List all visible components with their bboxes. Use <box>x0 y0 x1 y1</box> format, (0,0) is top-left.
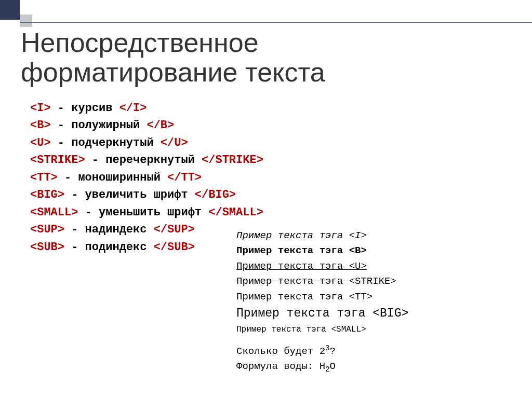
example-small: Пример текста тэга <SMALL> <box>236 323 408 336</box>
decoration-top <box>0 0 32 27</box>
title-divider <box>20 22 532 23</box>
example-u: Пример текста тэга <U> <box>236 259 408 274</box>
tag-list: <I> - курсив </I> <B> - полужирный </B> … <box>30 100 263 256</box>
example-tag: <I> <box>349 230 367 241</box>
sub-value: 2 <box>325 365 330 374</box>
tag-row-sub: <SUB> - подиндекс </SUB> <box>30 239 263 256</box>
title-line-1: Непосредственное <box>21 28 259 58</box>
example-tag: <B> <box>349 245 367 256</box>
tag-desc: - курсив <box>51 102 119 115</box>
open-tag: <STRIKE> <box>30 154 85 167</box>
close-tag: </SUB> <box>154 241 195 254</box>
close-tag: </I> <box>119 102 147 115</box>
example-tag: <SMALL> <box>331 325 366 334</box>
example-text: Пример текста тэга <box>236 307 373 320</box>
tag-row-strike: <STRIKE> - перечеркнутый </STRIKE> <box>30 152 263 169</box>
open-tag: <SUB> <box>30 241 64 254</box>
deco-square-small <box>20 15 32 27</box>
open-tag: <BIG> <box>30 188 64 201</box>
spacer <box>236 336 408 342</box>
example-tag: <BIG> <box>373 307 408 320</box>
close-tag: </U> <box>161 136 188 149</box>
sup-prefix: Сколько будет 2 <box>236 346 325 357</box>
example-i: Пример текста тэга <I> <box>236 228 408 243</box>
tag-row-u: <U> - подчеркнутый </U> <box>30 134 263 152</box>
example-text: Пример текста тэга <box>236 276 349 287</box>
tag-row-b: <B> - полужирный </B> <box>30 117 263 134</box>
tag-row-sup: <SUP> - надиндекс </SUP> <box>30 221 263 238</box>
open-tag: <I> <box>30 102 51 115</box>
sup-value: 3 <box>325 344 330 352</box>
open-tag: <SMALL> <box>30 206 78 219</box>
tag-row-small: <SMALL> - уменьшить шрифт </SMALL> <box>30 204 263 221</box>
example-sup: Сколько будет 23? <box>236 342 408 360</box>
slide-container: Непосредственное форматирование текста <… <box>0 0 532 398</box>
sub-prefix: Формула воды: H <box>236 361 325 372</box>
example-sub: Формула воды: H2O <box>236 359 408 375</box>
tag-row-i: <I> - курсив </I> <box>30 100 263 117</box>
title-line-2: форматирование текста <box>21 57 325 87</box>
example-b: Пример текста тэга <B> <box>236 243 408 258</box>
open-tag: <B> <box>30 119 51 132</box>
example-tag: <STRIKE> <box>349 276 396 287</box>
tag-desc: - надиндекс <box>64 223 154 236</box>
tag-desc: - подчеркнутый <box>51 136 161 149</box>
close-tag: </STRIKE> <box>202 154 263 167</box>
examples-block: Пример текста тэга <I> Пример текста тэг… <box>236 228 408 375</box>
open-tag: <U> <box>30 136 51 149</box>
example-big: Пример текста тэга <BIG> <box>236 305 408 323</box>
example-text: Пример текста тэга <box>236 325 331 334</box>
close-tag: </TT> <box>167 171 202 184</box>
open-tag: <TT> <box>30 171 58 184</box>
example-text: Пример текста тэга <box>236 245 349 256</box>
tag-desc: - уменьшить шрифт <box>78 206 208 219</box>
tag-desc: - увеличить шрифт <box>64 188 195 201</box>
tag-desc: - перечеркнутый <box>85 154 202 167</box>
tag-row-big: <BIG> - увеличить шрифт </BIG> <box>30 186 263 203</box>
slide-title: Непосредственное форматирование текста <box>21 28 325 87</box>
deco-square-large <box>0 0 20 20</box>
example-text: Пример текста тэга <box>236 230 349 241</box>
sup-suffix: ? <box>330 346 336 357</box>
sub-suffix: O <box>330 361 336 372</box>
tag-desc: - полужирный <box>51 119 147 132</box>
close-tag: </B> <box>147 119 174 132</box>
example-tag: <U> <box>349 260 367 272</box>
open-tag: <SUP> <box>30 223 64 236</box>
close-tag: </SUP> <box>154 223 195 236</box>
example-text: Пример текста тэга <box>236 260 349 272</box>
tag-desc: - моноширинный <box>58 171 167 184</box>
example-strike: Пример текста тэга <STRIKE> <box>236 274 408 289</box>
example-tt: Пример текста тэга <TT> <box>236 290 408 305</box>
example-text: Пример текста тэга <box>236 291 349 303</box>
tag-row-tt: <TT> - моноширинный </TT> <box>30 169 263 186</box>
close-tag: </SMALL> <box>208 206 263 219</box>
close-tag: </BIG> <box>195 188 236 201</box>
example-tag: <TT> <box>349 291 373 303</box>
tag-desc: - подиндекс <box>64 241 154 254</box>
